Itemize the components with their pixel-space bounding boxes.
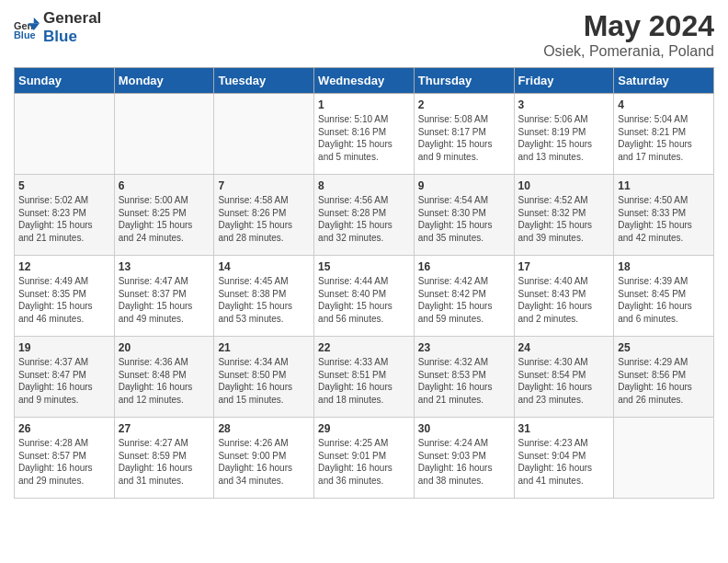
day-number: 10: [518, 179, 610, 192]
cell-info: Sunrise: 4:24 AM Sunset: 9:03 PM Dayligh…: [418, 437, 510, 487]
cell-4-4: 22Sunrise: 4:33 AM Sunset: 8:51 PM Dayli…: [314, 337, 415, 418]
cell-4-1: 19Sunrise: 4:37 AM Sunset: 8:47 PM Dayli…: [15, 337, 115, 418]
day-number: 16: [418, 260, 510, 273]
cell-3-2: 13Sunrise: 4:47 AM Sunset: 8:37 PM Dayli…: [114, 256, 214, 337]
cell-5-2: 27Sunrise: 4:27 AM Sunset: 8:59 PM Dayli…: [114, 418, 214, 499]
cell-2-4: 8Sunrise: 4:56 AM Sunset: 8:28 PM Daylig…: [314, 175, 415, 256]
cell-info: Sunrise: 4:28 AM Sunset: 8:57 PM Dayligh…: [18, 437, 110, 487]
cell-2-3: 7Sunrise: 4:58 AM Sunset: 8:26 PM Daylig…: [214, 175, 314, 256]
logo: Gen Blue General Blue: [14, 9, 101, 47]
cell-info: Sunrise: 5:10 AM Sunset: 8:16 PM Dayligh…: [318, 113, 410, 163]
cell-info: Sunrise: 4:49 AM Sunset: 8:35 PM Dayligh…: [18, 275, 110, 325]
day-number: 27: [119, 422, 210, 435]
week-row-3: 12Sunrise: 4:49 AM Sunset: 8:35 PM Dayli…: [15, 256, 714, 337]
cell-5-6: 31Sunrise: 4:23 AM Sunset: 9:04 PM Dayli…: [514, 418, 614, 499]
cell-4-6: 24Sunrise: 4:30 AM Sunset: 8:54 PM Dayli…: [514, 337, 614, 418]
cell-info: Sunrise: 4:47 AM Sunset: 8:37 PM Dayligh…: [119, 275, 210, 325]
cell-5-4: 29Sunrise: 4:25 AM Sunset: 9:01 PM Dayli…: [314, 418, 415, 499]
day-number: 28: [218, 422, 310, 435]
svg-marker-1: [34, 18, 40, 24]
header-monday: Monday: [114, 68, 214, 94]
cell-1-3: [214, 94, 314, 175]
day-number: 8: [318, 179, 410, 192]
cell-1-1: [15, 94, 115, 175]
day-number: 7: [218, 179, 310, 192]
day-number: 13: [119, 260, 210, 273]
day-number: 25: [618, 341, 710, 354]
cell-1-7: 4Sunrise: 5:04 AM Sunset: 8:21 PM Daylig…: [614, 94, 714, 175]
cell-info: Sunrise: 4:45 AM Sunset: 8:38 PM Dayligh…: [218, 275, 310, 325]
cell-info: Sunrise: 5:00 AM Sunset: 8:25 PM Dayligh…: [119, 194, 210, 244]
logo-line1: General: [43, 9, 101, 28]
cell-info: Sunrise: 4:37 AM Sunset: 8:47 PM Dayligh…: [18, 356, 110, 406]
day-number: 1: [318, 98, 410, 111]
cell-4-3: 21Sunrise: 4:34 AM Sunset: 8:50 PM Dayli…: [214, 337, 314, 418]
header-friday: Friday: [514, 68, 614, 94]
logo-icon: Gen Blue: [14, 15, 40, 40]
cell-info: Sunrise: 4:26 AM Sunset: 9:00 PM Dayligh…: [218, 437, 310, 487]
cell-info: Sunrise: 4:36 AM Sunset: 8:48 PM Dayligh…: [119, 356, 210, 406]
day-number: 6: [119, 179, 210, 192]
cell-info: Sunrise: 4:34 AM Sunset: 8:50 PM Dayligh…: [218, 356, 310, 406]
subtitle: Osiek, Pomerania, Poland: [543, 43, 714, 60]
day-number: 17: [518, 260, 610, 273]
cell-info: Sunrise: 4:42 AM Sunset: 8:42 PM Dayligh…: [418, 275, 510, 325]
title-block: May 2024 Osiek, Pomerania, Poland: [543, 9, 714, 60]
day-number: 29: [318, 422, 410, 435]
day-number: 26: [18, 422, 110, 435]
cell-info: Sunrise: 4:32 AM Sunset: 8:53 PM Dayligh…: [418, 356, 510, 406]
cell-info: Sunrise: 4:23 AM Sunset: 9:04 PM Dayligh…: [518, 437, 610, 487]
cell-info: Sunrise: 4:39 AM Sunset: 8:45 PM Dayligh…: [618, 275, 710, 325]
cell-info: Sunrise: 4:40 AM Sunset: 8:43 PM Dayligh…: [518, 275, 610, 325]
cell-info: Sunrise: 4:33 AM Sunset: 8:51 PM Dayligh…: [318, 356, 410, 406]
day-number: 19: [18, 341, 110, 354]
day-number: 2: [418, 98, 510, 111]
header-tuesday: Tuesday: [214, 68, 314, 94]
cell-3-3: 14Sunrise: 4:45 AM Sunset: 8:38 PM Dayli…: [214, 256, 314, 337]
svg-text:Blue: Blue: [14, 30, 36, 41]
day-number: 24: [518, 341, 610, 354]
header-wednesday: Wednesday: [314, 68, 415, 94]
header-row: SundayMondayTuesdayWednesdayThursdayFrid…: [15, 68, 714, 94]
day-number: 23: [418, 341, 510, 354]
calendar-table: SundayMondayTuesdayWednesdayThursdayFrid…: [14, 67, 714, 499]
cell-5-1: 26Sunrise: 4:28 AM Sunset: 8:57 PM Dayli…: [15, 418, 115, 499]
day-number: 3: [518, 98, 610, 111]
cell-4-2: 20Sunrise: 4:36 AM Sunset: 8:48 PM Dayli…: [114, 337, 214, 418]
cell-5-3: 28Sunrise: 4:26 AM Sunset: 9:00 PM Dayli…: [214, 418, 314, 499]
cell-5-5: 30Sunrise: 4:24 AM Sunset: 9:03 PM Dayli…: [414, 418, 514, 499]
cell-3-4: 15Sunrise: 4:44 AM Sunset: 8:40 PM Dayli…: [314, 256, 415, 337]
cell-1-5: 2Sunrise: 5:08 AM Sunset: 8:17 PM Daylig…: [414, 94, 514, 175]
day-number: 31: [518, 422, 610, 435]
cell-2-5: 9Sunrise: 4:54 AM Sunset: 8:30 PM Daylig…: [414, 175, 514, 256]
cell-info: Sunrise: 4:30 AM Sunset: 8:54 PM Dayligh…: [518, 356, 610, 406]
week-row-5: 26Sunrise: 4:28 AM Sunset: 8:57 PM Dayli…: [15, 418, 714, 499]
week-row-4: 19Sunrise: 4:37 AM Sunset: 8:47 PM Dayli…: [15, 337, 714, 418]
cell-4-5: 23Sunrise: 4:32 AM Sunset: 8:53 PM Dayli…: [414, 337, 514, 418]
cell-info: Sunrise: 4:25 AM Sunset: 9:01 PM Dayligh…: [318, 437, 410, 487]
day-number: 22: [318, 341, 410, 354]
cell-info: Sunrise: 4:50 AM Sunset: 8:33 PM Dayligh…: [618, 194, 710, 244]
page-header: Gen Blue General Blue May 2024 Osiek, Po…: [14, 9, 714, 60]
cell-info: Sunrise: 5:06 AM Sunset: 8:19 PM Dayligh…: [518, 113, 610, 163]
cell-info: Sunrise: 4:52 AM Sunset: 8:32 PM Dayligh…: [518, 194, 610, 244]
week-row-2: 5Sunrise: 5:02 AM Sunset: 8:23 PM Daylig…: [15, 175, 714, 256]
day-number: 12: [18, 260, 110, 273]
cell-info: Sunrise: 5:02 AM Sunset: 8:23 PM Dayligh…: [18, 194, 110, 244]
cell-2-6: 10Sunrise: 4:52 AM Sunset: 8:32 PM Dayli…: [514, 175, 614, 256]
cell-3-5: 16Sunrise: 4:42 AM Sunset: 8:42 PM Dayli…: [414, 256, 514, 337]
cell-2-7: 11Sunrise: 4:50 AM Sunset: 8:33 PM Dayli…: [614, 175, 714, 256]
day-number: 21: [218, 341, 310, 354]
day-number: 4: [618, 98, 710, 111]
cell-3-6: 17Sunrise: 4:40 AM Sunset: 8:43 PM Dayli…: [514, 256, 614, 337]
cell-info: Sunrise: 4:56 AM Sunset: 8:28 PM Dayligh…: [318, 194, 410, 244]
cell-1-6: 3Sunrise: 5:06 AM Sunset: 8:19 PM Daylig…: [514, 94, 614, 175]
cell-2-2: 6Sunrise: 5:00 AM Sunset: 8:25 PM Daylig…: [114, 175, 214, 256]
cell-1-2: [114, 94, 214, 175]
cell-info: Sunrise: 4:44 AM Sunset: 8:40 PM Dayligh…: [318, 275, 410, 325]
cell-info: Sunrise: 5:08 AM Sunset: 8:17 PM Dayligh…: [418, 113, 510, 163]
header-sunday: Sunday: [15, 68, 115, 94]
day-number: 30: [418, 422, 510, 435]
cell-info: Sunrise: 4:54 AM Sunset: 8:30 PM Dayligh…: [418, 194, 510, 244]
cell-info: Sunrise: 4:29 AM Sunset: 8:56 PM Dayligh…: [618, 356, 710, 406]
